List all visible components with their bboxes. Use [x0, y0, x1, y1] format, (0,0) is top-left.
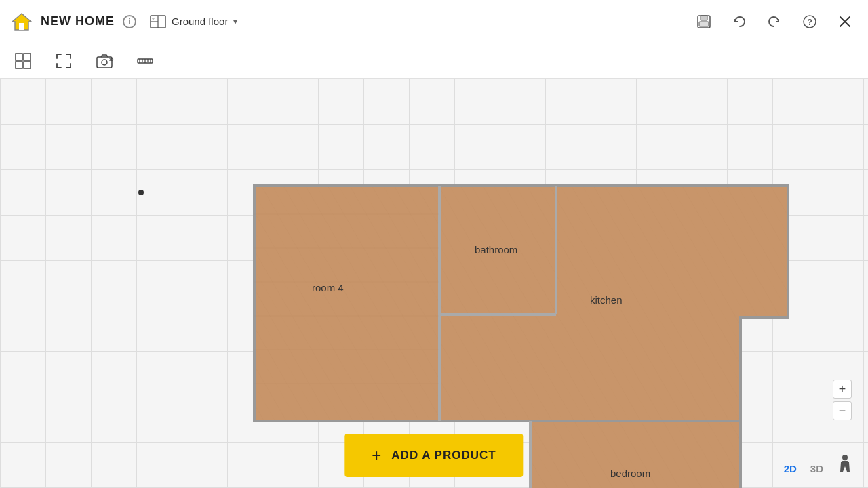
person-icon[interactable] [838, 454, 852, 477]
topbar: NEW HOME i 3D Ground floor ▾ [0, 0, 868, 43]
help-button[interactable]: ? [797, 9, 822, 34]
select-tool-button[interactable] [11, 49, 35, 73]
zoom-controls: + − [833, 380, 852, 420]
svg-rect-8 [699, 22, 709, 26]
house-icon [11, 11, 33, 33]
svg-marker-30 [254, 186, 788, 421]
view-3d-button[interactable]: 3D [806, 460, 827, 477]
add-product-button[interactable]: + ADD A PRODUCT [344, 434, 523, 477]
svg-rect-7 [701, 16, 707, 20]
floor-label: Ground floor [172, 16, 228, 27]
info-icon[interactable]: i [123, 15, 136, 28]
undo-button[interactable] [727, 9, 751, 34]
svg-rect-1 [19, 23, 24, 30]
fullscreen-button[interactable] [52, 49, 76, 73]
add-product-label: ADD A PRODUCT [391, 449, 496, 462]
close-button[interactable] [833, 9, 857, 34]
svg-point-42 [842, 455, 848, 460]
svg-text:?: ? [808, 17, 812, 26]
topbar-left: NEW HOME i 3D Ground floor ▾ [11, 11, 681, 33]
topbar-right: ? [692, 9, 857, 34]
svg-rect-15 [16, 62, 22, 68]
floor-plan-icon: 3D [150, 15, 166, 28]
camera-button[interactable]: 3D [92, 49, 117, 73]
svg-rect-14 [24, 54, 31, 60]
svg-marker-31 [530, 421, 741, 488]
canvas[interactable]: room 4 bathroom kitchen bedroom + − 2D 3… [0, 79, 868, 488]
app-title: NEW HOME [41, 14, 115, 28]
view-toggle: 2D 3D [780, 460, 827, 477]
svg-rect-16 [24, 62, 31, 68]
svg-point-18 [102, 60, 107, 65]
svg-rect-13 [16, 54, 22, 60]
floor-selector[interactable]: 3D Ground floor ▾ [150, 15, 237, 28]
save-button[interactable] [692, 9, 716, 34]
measure-button[interactable] [133, 49, 157, 73]
add-icon: + [372, 446, 382, 465]
view-2d-button[interactable]: 2D [780, 460, 801, 477]
floorplan-svg [0, 79, 868, 488]
redo-button[interactable] [762, 9, 787, 34]
chevron-down-icon[interactable]: ▾ [233, 17, 237, 26]
zoom-out-button[interactable]: − [833, 401, 852, 420]
zoom-in-button[interactable]: + [833, 380, 852, 399]
svg-text:3D: 3D [109, 58, 114, 62]
svg-text:3D: 3D [152, 18, 155, 21]
toolbar2: 3D [0, 43, 868, 79]
